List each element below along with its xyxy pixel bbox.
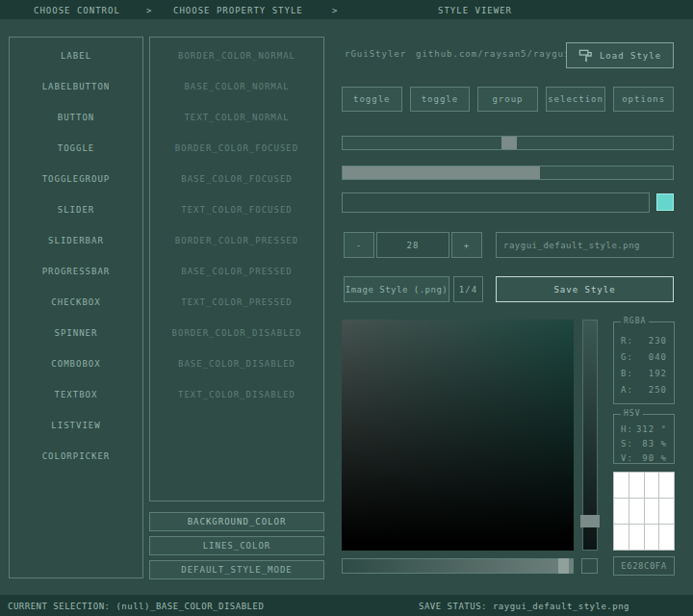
toggle-button[interactable]: toggle bbox=[410, 87, 471, 112]
property-list-item[interactable]: TEXT_COLOR_PRESSED bbox=[150, 287, 323, 318]
rgba-row-value: 192 bbox=[649, 369, 667, 378]
toggle-button[interactable]: toggle bbox=[342, 87, 402, 112]
demo-sliderbar[interactable] bbox=[342, 166, 674, 180]
hsv-row-label: S: bbox=[621, 439, 633, 449]
control-list-item[interactable]: CHECKBOX bbox=[10, 287, 142, 318]
rgba-row-label: A: bbox=[621, 385, 633, 395]
separator-chevron: > bbox=[146, 6, 152, 15]
hex-color-value: E628C0FA bbox=[621, 561, 666, 571]
rgba-row-label: R: bbox=[621, 336, 633, 346]
style-table-cell bbox=[659, 525, 674, 550]
control-list-item[interactable]: COLORPICKER bbox=[10, 441, 142, 472]
value-slider[interactable] bbox=[582, 320, 598, 551]
style-table-cell bbox=[629, 525, 644, 550]
rgba-row: G: 040 bbox=[621, 348, 667, 365]
property-list-item[interactable]: BORDER_COLOR_PRESSED bbox=[150, 225, 323, 256]
rgba-row-label: B: bbox=[621, 369, 633, 378]
property-list-item[interactable]: BORDER_COLOR_NORMAL bbox=[150, 40, 323, 71]
properties-list-panel: BORDER_COLOR_NORMALBASE_COLOR_NORMALTEXT… bbox=[149, 37, 324, 501]
load-style-button[interactable]: Load Style bbox=[566, 42, 674, 68]
rgba-row-value: 040 bbox=[649, 352, 667, 362]
hsv-panel: HSV H: 312 ° S: 83 % V: 90 % bbox=[613, 414, 675, 464]
property-list-item[interactable]: TEXT_COLOR_DISABLED bbox=[150, 379, 323, 410]
rgba-panel-title: RGBA bbox=[621, 317, 649, 325]
filename-textbox[interactable]: raygui_default_style.png bbox=[496, 232, 674, 258]
control-list-item[interactable]: BUTTON bbox=[10, 102, 142, 133]
paint-roller-icon bbox=[578, 48, 600, 63]
control-list-item[interactable]: SLIDER bbox=[10, 194, 142, 225]
app-name-label: rGuiStyler bbox=[345, 49, 406, 59]
hsv-panel-title: HSV bbox=[621, 409, 643, 418]
top-bar: CHOOSE CONTROL > CHOOSE PROPERTY STYLE >… bbox=[0, 0, 693, 19]
repo-link-label[interactable]: github.com/raysan5/raygui bbox=[416, 49, 570, 59]
control-list-item[interactable]: SLIDERBAR bbox=[10, 225, 142, 256]
sliderbar-fill bbox=[343, 167, 540, 179]
default-style-mode-button[interactable]: DEFAULT_STYLE_MODE bbox=[149, 560, 324, 579]
save-style-button[interactable]: Save Style bbox=[496, 276, 674, 302]
alpha-value-box bbox=[581, 558, 598, 574]
demo-toggle-group: toggletogglegroupselectionoptions bbox=[342, 87, 674, 112]
control-list-item[interactable]: COMBOBOX bbox=[10, 348, 142, 379]
property-list-item[interactable]: BASE_COLOR_FOCUSED bbox=[150, 164, 323, 194]
rgba-row: B: 192 bbox=[621, 365, 667, 381]
hsv-row-value: 83 % bbox=[642, 439, 667, 449]
spinner-minus-button[interactable]: - bbox=[344, 232, 374, 258]
hsv-row: V: 90 % bbox=[621, 450, 667, 465]
page-indicator: 1/4 bbox=[453, 276, 483, 302]
control-list-item[interactable]: LISTVIEW bbox=[10, 410, 142, 441]
rgba-row: R: 230 bbox=[621, 332, 667, 348]
property-list-item[interactable]: BORDER_COLOR_DISABLED bbox=[150, 318, 323, 348]
style-table-grid bbox=[613, 472, 675, 551]
control-list-item[interactable]: SPINNER bbox=[10, 318, 142, 348]
control-list-item[interactable]: LABEL bbox=[10, 40, 142, 71]
style-table-cell bbox=[614, 499, 629, 524]
hsv-row-label: V: bbox=[621, 453, 633, 463]
hsv-row-value: 90 % bbox=[642, 453, 667, 463]
color-picker-area[interactable] bbox=[342, 320, 574, 551]
style-table-cell bbox=[645, 473, 659, 498]
demo-checkbox[interactable] bbox=[656, 193, 674, 211]
style-table-cell bbox=[659, 499, 674, 524]
rgba-row-value: 230 bbox=[649, 336, 667, 346]
spinner-plus-button[interactable]: + bbox=[451, 232, 482, 258]
alpha-bar-handle[interactable] bbox=[558, 558, 569, 574]
control-list-item[interactable]: LABELBUTTON bbox=[10, 71, 142, 102]
toggle-button[interactable]: options bbox=[613, 87, 674, 112]
hsv-row-value: 312 ° bbox=[636, 424, 667, 434]
status-bar: CURRENT SELECTION: (null)_BASE_COLOR_DIS… bbox=[0, 595, 693, 616]
property-list-item[interactable]: TEXT_COLOR_FOCUSED bbox=[150, 194, 323, 225]
image-style-button[interactable]: Image Style (.png) bbox=[344, 276, 449, 302]
value-slider-handle[interactable] bbox=[580, 515, 600, 527]
spinner-value-box[interactable]: 28 bbox=[376, 232, 449, 258]
style-table-cell bbox=[614, 473, 629, 498]
property-list-item[interactable]: BORDER_COLOR_FOCUSED bbox=[150, 133, 323, 164]
control-list-item[interactable]: TOGGLE bbox=[10, 133, 142, 164]
hsv-row: S: 83 % bbox=[621, 436, 667, 450]
hsv-row-label: H: bbox=[621, 424, 633, 434]
property-list-item[interactable]: BASE_COLOR_PRESSED bbox=[150, 256, 323, 287]
control-list-item[interactable]: TEXTBOX bbox=[10, 379, 142, 410]
hex-color-textbox[interactable]: E628C0FA bbox=[613, 556, 675, 576]
style-table-cell bbox=[614, 525, 629, 550]
toggle-button[interactable]: group bbox=[477, 87, 538, 112]
filename-textbox-value: raygui_default_style.png bbox=[503, 241, 640, 250]
demo-textbox[interactable] bbox=[342, 192, 650, 213]
rgba-row-label: G: bbox=[621, 352, 633, 362]
toggle-button[interactable]: selection bbox=[546, 87, 606, 112]
separator-chevron: > bbox=[332, 6, 338, 15]
property-list-item[interactable]: TEXT_COLOR_NORMAL bbox=[150, 102, 323, 133]
hsv-row: H: 312 ° bbox=[621, 422, 667, 436]
background-color-button[interactable]: BACKGROUND_COLOR bbox=[149, 512, 324, 531]
status-save-status: SAVE STATUS: raygui_default_style.png bbox=[419, 602, 629, 611]
control-list-item[interactable]: PROGRESSBAR bbox=[10, 256, 142, 287]
style-table-cell bbox=[645, 525, 659, 550]
alpha-bar[interactable] bbox=[342, 558, 574, 574]
style-table-cell bbox=[659, 473, 674, 498]
demo-slider[interactable] bbox=[342, 136, 674, 150]
property-list-item[interactable]: BASE_COLOR_NORMAL bbox=[150, 71, 323, 102]
property-list-item[interactable]: BASE_COLOR_DISABLED bbox=[150, 348, 323, 379]
top-bar-choose-control: CHOOSE CONTROL bbox=[34, 6, 120, 15]
control-list-item[interactable]: TOGGLEGROUP bbox=[10, 164, 142, 194]
lines-color-button[interactable]: LINES_COLOR bbox=[149, 536, 324, 555]
slider-handle[interactable] bbox=[501, 137, 517, 149]
